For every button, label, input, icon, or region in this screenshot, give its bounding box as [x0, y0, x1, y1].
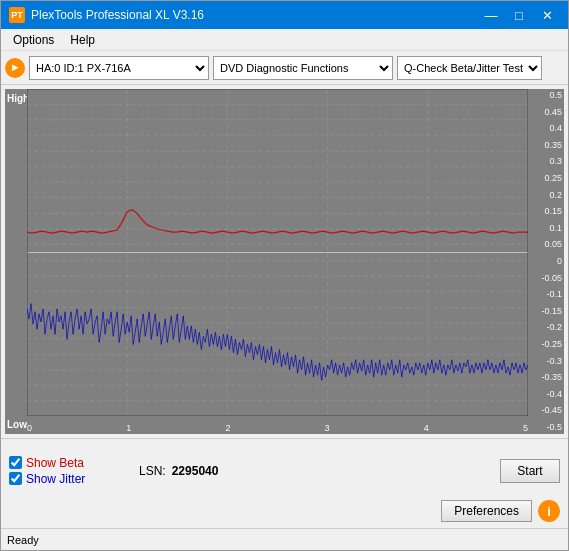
y-tick-3: 0.35 — [528, 141, 564, 150]
y-tick-2: 0.4 — [528, 124, 564, 133]
show-beta-label: Show Beta — [26, 456, 84, 470]
lsn-section: LSN: 2295040 — [139, 464, 218, 478]
menu-bar: Options Help — [1, 29, 568, 51]
start-button[interactable]: Start — [500, 459, 560, 483]
y-tick-7: 0.15 — [528, 207, 564, 216]
maximize-button[interactable]: □ — [506, 5, 532, 25]
function-select[interactable]: DVD Diagnostic Functions — [213, 56, 393, 80]
x-tick-4: 4 — [424, 423, 429, 433]
lsn-value: 2295040 — [172, 464, 219, 478]
title-controls: — □ ✕ — [478, 5, 560, 25]
lsn-label: LSN: — [139, 464, 166, 478]
x-tick-2: 2 — [225, 423, 230, 433]
y-tick-1: 0.45 — [528, 108, 564, 117]
title-bar: PT PlexTools Professional XL V3.16 — □ ✕ — [1, 1, 568, 29]
y-tick-11: -0.05 — [528, 274, 564, 283]
y-tick-9: 0.05 — [528, 240, 564, 249]
status-text: Ready — [7, 534, 39, 546]
toolbar: ▶ HA:0 ID:1 PX-716A DVD Diagnostic Funct… — [1, 51, 568, 85]
y-tick-12: -0.1 — [528, 290, 564, 299]
chart-svg — [27, 89, 528, 416]
y-tick-16: -0.3 — [528, 357, 564, 366]
y-tick-5: 0.25 — [528, 174, 564, 183]
y-tick-18: -0.4 — [528, 390, 564, 399]
chart-inner: High Low — [5, 89, 564, 434]
show-jitter-label: Show Jitter — [26, 472, 85, 486]
menu-help[interactable]: Help — [62, 31, 103, 49]
drive-icon: ▶ — [5, 58, 25, 78]
y-tick-17: -0.35 — [528, 373, 564, 382]
bottom-row1: Show Beta Show Jitter LSN: 2295040 Start — [9, 445, 560, 496]
chart-area: High Low — [5, 89, 564, 434]
x-axis: 0 1 2 3 4 5 — [27, 423, 528, 434]
x-tick-0: 0 — [27, 423, 32, 433]
main-window: PT PlexTools Professional XL V3.16 — □ ✕… — [0, 0, 569, 551]
chart-canvas — [27, 89, 528, 416]
right-buttons: Start — [500, 459, 560, 483]
minimize-button[interactable]: — — [478, 5, 504, 25]
status-bar: Ready — [1, 528, 568, 550]
y-tick-4: 0.3 — [528, 157, 564, 166]
y-axis-right: 0.5 0.45 0.4 0.35 0.3 0.25 0.2 0.15 0.1 … — [528, 89, 564, 434]
window-title: PlexTools Professional XL V3.16 — [31, 8, 478, 22]
y-tick-10: 0 — [528, 257, 564, 266]
x-tick-5: 5 — [523, 423, 528, 433]
close-button[interactable]: ✕ — [534, 5, 560, 25]
show-beta-row: Show Beta — [9, 456, 119, 470]
y-tick-14: -0.2 — [528, 323, 564, 332]
checkboxes: Show Beta Show Jitter — [9, 456, 119, 486]
y-tick-8: 0.1 — [528, 224, 564, 233]
y-tick-15: -0.25 — [528, 340, 564, 349]
info-button[interactable]: i — [538, 500, 560, 522]
show-beta-checkbox[interactable] — [9, 456, 22, 469]
y-tick-13: -0.15 — [528, 307, 564, 316]
y-tick-20: -0.5 — [528, 423, 564, 432]
bottom-row2: Preferences i — [9, 496, 560, 522]
show-jitter-row: Show Jitter — [9, 472, 119, 486]
x-tick-3: 3 — [325, 423, 330, 433]
y-tick-19: -0.45 — [528, 406, 564, 415]
y-label-low: Low — [7, 419, 27, 430]
y-label-high: High — [7, 93, 29, 104]
app-icon: PT — [9, 7, 25, 23]
show-jitter-checkbox[interactable] — [9, 472, 22, 485]
y-tick-6: 0.2 — [528, 191, 564, 200]
y-tick-0: 0.5 — [528, 91, 564, 100]
test-select[interactable]: Q-Check Beta/Jitter Test — [397, 56, 542, 80]
drive-select[interactable]: HA:0 ID:1 PX-716A — [29, 56, 209, 80]
x-tick-1: 1 — [126, 423, 131, 433]
menu-options[interactable]: Options — [5, 31, 62, 49]
preferences-button[interactable]: Preferences — [441, 500, 532, 522]
bottom-panel: Show Beta Show Jitter LSN: 2295040 Start… — [1, 438, 568, 528]
